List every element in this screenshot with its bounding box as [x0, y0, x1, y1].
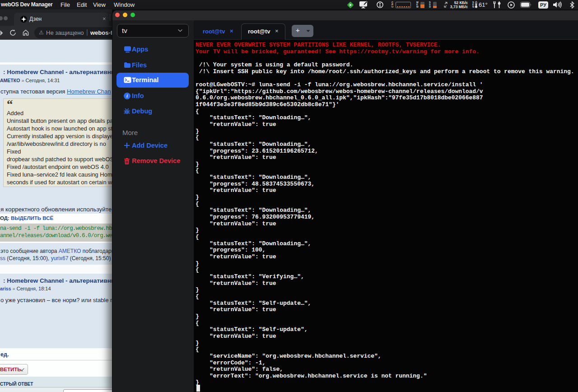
- svg-text:i: i: [126, 93, 128, 98]
